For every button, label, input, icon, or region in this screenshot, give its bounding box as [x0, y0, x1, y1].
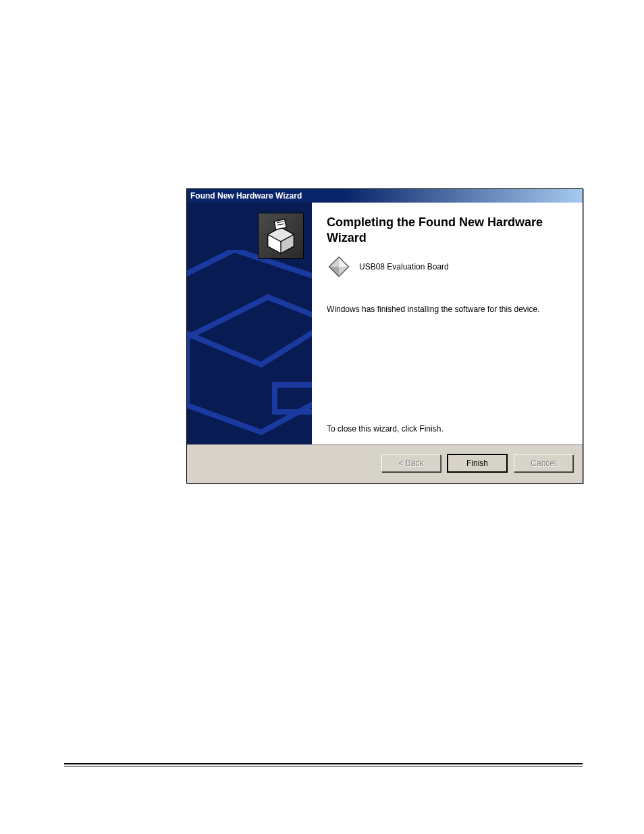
install-box-icon	[258, 213, 304, 259]
button-row: < Back Finish Cancel	[187, 445, 583, 483]
device-name: USB08 Evaluation Board	[359, 262, 449, 271]
diamond-icon	[327, 255, 351, 279]
dialog-body: Completing the Found New Hardware Wizard…	[187, 203, 583, 445]
wizard-sidebar	[187, 203, 312, 444]
page-divider-thin	[64, 766, 583, 766]
found-new-hardware-wizard-dialog: Found New Hardware Wizard	[186, 188, 583, 484]
close-hint: To close this wizard, click Finish.	[327, 424, 570, 434]
sidebar-bg-art	[187, 250, 312, 444]
finish-button[interactable]: Finish	[448, 454, 507, 472]
page-divider	[64, 763, 583, 764]
wizard-body-text: Windows has finished installing the soft…	[327, 305, 570, 314]
wizard-content: Completing the Found New Hardware Wizard…	[312, 203, 583, 444]
cancel-button: Cancel	[514, 454, 573, 472]
titlebar-text: Found New Hardware Wizard	[190, 191, 302, 201]
titlebar[interactable]: Found New Hardware Wizard	[187, 189, 583, 203]
wizard-heading: Completing the Found New Hardware Wizard	[327, 215, 570, 245]
back-button: < Back	[381, 454, 441, 472]
device-row: USB08 Evaluation Board	[327, 255, 570, 279]
